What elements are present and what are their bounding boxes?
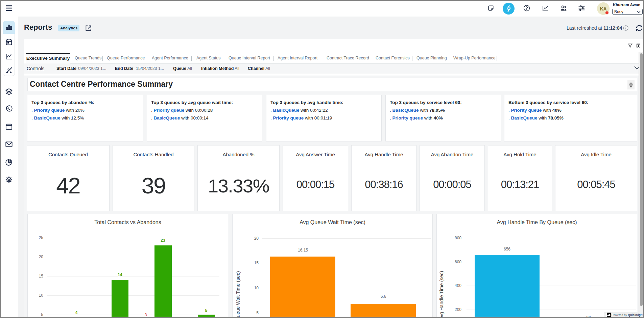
svg-text:KA: KA bbox=[600, 6, 606, 11]
